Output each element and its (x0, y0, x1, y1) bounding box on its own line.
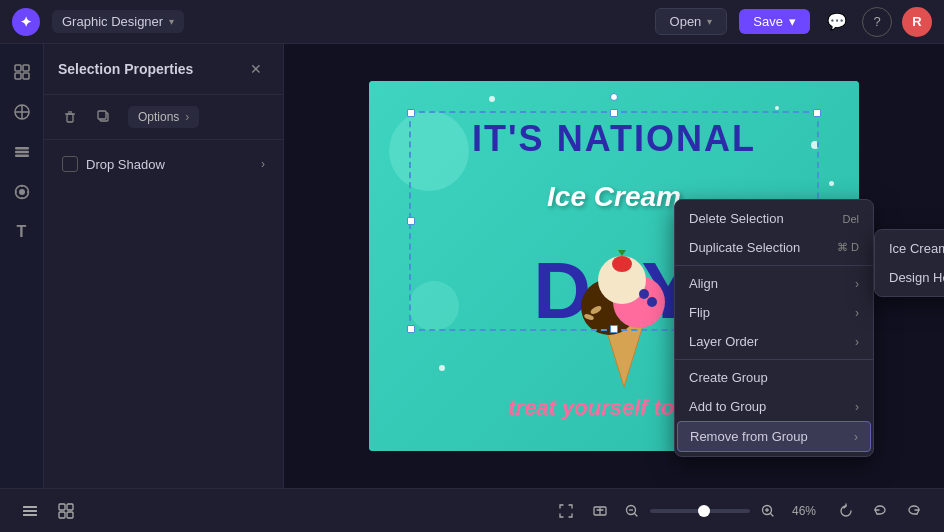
svg-rect-37 (67, 504, 73, 510)
save-chevron-icon: ▾ (789, 14, 796, 29)
menu-align-label: Align (689, 276, 718, 291)
app-logo[interactable]: ✦ (12, 8, 40, 36)
app-name-button[interactable]: Graphic Designer ▾ (52, 10, 184, 33)
sidebar-item-adjust[interactable] (6, 96, 38, 128)
drop-shadow-label: Drop Shadow (86, 157, 253, 172)
trash-icon[interactable] (56, 103, 84, 131)
open-chevron-icon: ▾ (707, 16, 712, 27)
panel-toolbar: Options › (44, 95, 283, 140)
dot-5 (439, 365, 445, 371)
topbar: ✦ Graphic Designer ▾ Open ▾ Save ▾ 💬 ? R (0, 0, 944, 44)
svg-point-30 (647, 297, 657, 307)
svg-rect-39 (67, 512, 73, 518)
menu-add-group-arrow-icon: › (855, 400, 859, 414)
canvas-text-ice: Ice Cream (547, 181, 681, 212)
menu-layer-order-label: Layer Order (689, 334, 758, 349)
layers-view-icon[interactable] (16, 497, 44, 525)
svg-line-43 (635, 513, 638, 516)
submenu-item-ice-cream-header[interactable]: Ice Cream Header (875, 234, 944, 263)
svg-rect-3 (23, 73, 29, 79)
svg-marker-28 (618, 250, 626, 256)
help-icon[interactable]: ? (862, 7, 892, 37)
menu-add-group-label: Add to Group (689, 399, 766, 414)
fit-to-screen-icon[interactable] (552, 497, 580, 525)
svg-rect-16 (67, 114, 73, 122)
panel-title: Selection Properties (58, 61, 193, 77)
menu-item-layer-order[interactable]: Layer Order › (675, 327, 873, 356)
svg-point-27 (612, 256, 632, 272)
sidebar-item-elements[interactable] (6, 56, 38, 88)
submenu-item-design-header[interactable]: Design Header (875, 263, 944, 292)
menu-item-align[interactable]: Align › (675, 269, 873, 298)
topbar-icons: 💬 ? R (822, 7, 932, 37)
options-button[interactable]: Options › (128, 106, 199, 128)
bottombar-left (16, 497, 80, 525)
svg-rect-9 (15, 155, 29, 158)
menu-item-flip[interactable]: Flip › (675, 298, 873, 327)
panel-header-icons: ✕ (243, 56, 269, 82)
history-icon[interactable] (832, 497, 860, 525)
duplicate-icon[interactable] (90, 103, 118, 131)
dot-3 (811, 141, 819, 149)
zoom-controls: 46% (552, 497, 822, 525)
app-name-chevron-icon: ▾ (169, 16, 174, 27)
avatar[interactable]: R (902, 7, 932, 37)
dot-4 (829, 181, 834, 186)
zoom-thumb[interactable] (698, 505, 710, 517)
app-name-label: Graphic Designer (62, 14, 163, 29)
redo-icon[interactable] (900, 497, 928, 525)
menu-delete-label: Delete Selection (689, 211, 784, 226)
save-button[interactable]: Save ▾ (739, 9, 810, 34)
menu-item-duplicate[interactable]: Duplicate Selection ⌘ D (675, 233, 873, 262)
canvas-text-national: IT'S NATIONAL (419, 121, 809, 157)
svg-point-29 (639, 289, 649, 299)
dot-2 (775, 106, 779, 110)
svg-point-10 (19, 189, 25, 195)
menu-remove-group-label: Remove from Group (690, 429, 808, 444)
svg-rect-0 (15, 65, 21, 71)
left-panel: Selection Properties ✕ (44, 44, 284, 488)
context-menu: Delete Selection Del Duplicate Selection… (674, 199, 874, 457)
bottombar: 46% (0, 488, 944, 532)
open-label: Open (670, 14, 702, 29)
menu-flip-label: Flip (689, 305, 710, 320)
undo-icon[interactable] (866, 497, 894, 525)
grid-view-icon[interactable] (52, 497, 80, 525)
sidebar-item-assets[interactable] (6, 176, 38, 208)
zoom-slider[interactable] (650, 509, 750, 513)
fit-icon[interactable] (586, 497, 614, 525)
drop-shadow-expand-icon[interactable]: › (261, 157, 265, 171)
drop-shadow-checkbox[interactable] (62, 156, 78, 172)
menu-item-add-group[interactable]: Add to Group › (675, 392, 873, 421)
zoom-out-button[interactable] (620, 499, 644, 523)
panel-close-button[interactable]: ✕ (243, 56, 269, 82)
menu-item-delete[interactable]: Delete Selection Del (675, 204, 873, 233)
drop-shadow-row[interactable]: Drop Shadow › (58, 150, 269, 178)
svg-line-47 (771, 513, 774, 516)
menu-divider-1 (675, 265, 873, 266)
comments-icon[interactable]: 💬 (822, 7, 852, 37)
sidebar-item-text[interactable]: T (6, 216, 38, 248)
svg-rect-36 (59, 504, 65, 510)
svg-rect-38 (59, 512, 65, 518)
canvas-area[interactable]: IT'S NATIONAL Ice Cream DAY (284, 44, 944, 488)
menu-item-create-group[interactable]: Create Group (675, 363, 873, 392)
options-label: Options (138, 110, 179, 124)
save-label: Save (753, 14, 783, 29)
svg-rect-34 (23, 510, 37, 512)
submenu: Ice Cream Header Design Header (874, 229, 944, 297)
dot-1 (489, 96, 495, 102)
sidebar-item-layers[interactable] (6, 136, 38, 168)
menu-remove-group-arrow-icon: › (854, 430, 858, 444)
zoom-in-button[interactable] (756, 499, 780, 523)
svg-rect-2 (15, 73, 21, 79)
menu-divider-2 (675, 359, 873, 360)
menu-duplicate-label: Duplicate Selection (689, 240, 800, 255)
menu-align-arrow-icon: › (855, 277, 859, 291)
svg-rect-35 (23, 514, 37, 516)
options-arrow-icon: › (185, 110, 189, 124)
menu-item-remove-group[interactable]: Remove from Group › (677, 421, 871, 452)
open-button[interactable]: Open ▾ (655, 8, 728, 35)
panel-section: Drop Shadow › (44, 140, 283, 188)
menu-delete-shortcut: Del (842, 213, 859, 225)
